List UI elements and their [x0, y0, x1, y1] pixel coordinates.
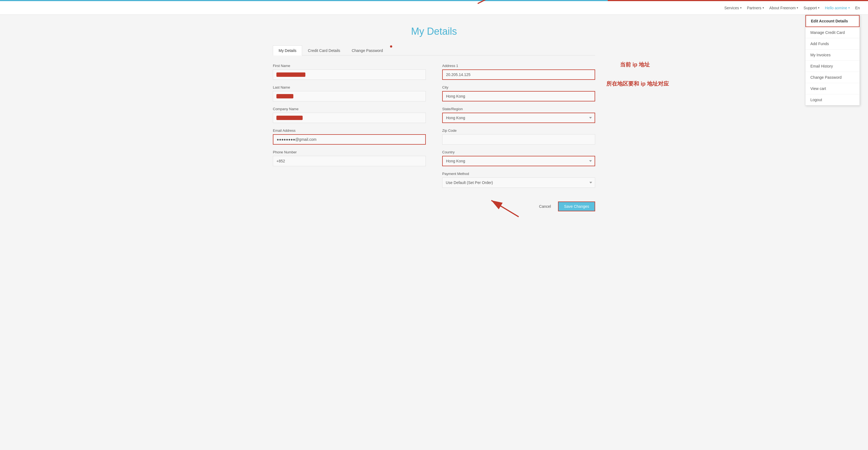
- city-field[interactable]: [442, 91, 595, 102]
- last-name-redacted: Chu: [276, 94, 293, 99]
- nav-about[interactable]: About Freenom ▾: [769, 6, 798, 10]
- zip-group: Zip Code: [442, 129, 595, 145]
- first-name-field[interactable]: aomine: [273, 69, 426, 80]
- chevron-down-icon: ▾: [740, 6, 742, 9]
- country-group: Country Hong Kong: [442, 150, 595, 166]
- account-dropdown: Edit Account Details Manage Credit Card …: [805, 15, 860, 106]
- notification-dot: [390, 46, 392, 48]
- menu-edit-account[interactable]: Edit Account Details: [805, 15, 860, 27]
- save-button[interactable]: Save Changes: [558, 201, 595, 211]
- payment-field[interactable]: Use Default (Set Per Order): [442, 177, 595, 188]
- menu-view-cart[interactable]: View cart: [805, 83, 860, 94]
- country-field[interactable]: Hong Kong: [442, 156, 595, 166]
- zip-field[interactable]: [442, 134, 595, 145]
- form-actions: Cancel Save Changes: [273, 201, 595, 211]
- country-label: Country: [442, 150, 595, 154]
- menu-add-funds[interactable]: Add Funds: [805, 38, 860, 50]
- payment-group: Payment Method Use Default (Set Per Orde…: [442, 172, 595, 188]
- address1-label: Address 1: [442, 64, 595, 68]
- email-field[interactable]: [273, 134, 426, 145]
- last-name-field[interactable]: Chu: [273, 91, 426, 102]
- nav-hello-user[interactable]: Hello aomine ▾: [825, 6, 850, 10]
- cancel-button[interactable]: Cancel: [535, 202, 556, 211]
- nav-partners[interactable]: Partners ▾: [747, 6, 764, 10]
- phone-group: Phone Number: [273, 150, 426, 166]
- city-group: City: [442, 85, 595, 102]
- form-grid: First Name aomine Last Name Chu Company …: [273, 64, 595, 193]
- menu-change-password[interactable]: Change Password: [805, 72, 860, 83]
- address1-group: Address 1: [442, 64, 595, 80]
- city-label: City: [442, 85, 595, 89]
- page-content: My Details My Details Credit Card Detail…: [256, 15, 612, 222]
- nav-items: Services ▾ Partners ▾ About Freenom ▾ Su…: [724, 6, 860, 10]
- chevron-down-icon: ▾: [818, 6, 819, 9]
- first-name-label: First Name: [273, 64, 426, 68]
- nav-language[interactable]: En: [855, 6, 860, 10]
- region-annotation: 所在地区要和 ip 地址对应: [606, 80, 669, 87]
- last-name-group: Last Name Chu: [273, 85, 426, 102]
- menu-manage-credit-card[interactable]: Manage Credit Card: [805, 27, 860, 38]
- nav-services[interactable]: Services ▾: [724, 6, 742, 10]
- page-title: My Details: [273, 26, 595, 37]
- state-group: State/Region Hong Kong: [442, 107, 595, 123]
- ip-annotation: 当前 ip 地址: [620, 61, 650, 68]
- tab-bar: My Details Credit Card Details Change Pa…: [273, 46, 595, 56]
- chevron-down-icon: ▾: [763, 6, 764, 9]
- tab-change-password[interactable]: Change Password: [346, 46, 389, 56]
- phone-label: Phone Number: [273, 150, 426, 154]
- email-label: Email Address: [273, 129, 426, 133]
- company-redacted: aomine: [276, 116, 303, 120]
- tab-credit-card-details[interactable]: Credit Card Details: [302, 46, 346, 56]
- zip-label: Zip Code: [442, 129, 595, 133]
- nav-support[interactable]: Support ▾: [804, 6, 819, 10]
- company-group: Company Name aomine: [273, 107, 426, 123]
- first-name-redacted: aomine: [276, 73, 305, 77]
- form-left-column: First Name aomine Last Name Chu Company …: [273, 64, 426, 193]
- menu-my-invoices[interactable]: My Invoices: [805, 50, 860, 61]
- payment-label: Payment Method: [442, 172, 595, 176]
- company-field[interactable]: aomine: [273, 113, 426, 123]
- state-field[interactable]: Hong Kong: [442, 113, 595, 123]
- chevron-down-icon: ▾: [848, 6, 850, 9]
- form-right-column: 当前 ip 地址 Address 1 所在地区要和 ip 地址对应 City S…: [442, 64, 595, 193]
- top-navigation: Services ▾ Partners ▾ About Freenom ▾ Su…: [0, 1, 868, 15]
- state-label: State/Region: [442, 107, 595, 111]
- tab-my-details[interactable]: My Details: [273, 46, 302, 56]
- email-group: Email Address: [273, 129, 426, 145]
- last-name-label: Last Name: [273, 85, 426, 89]
- company-label: Company Name: [273, 107, 426, 111]
- address1-field[interactable]: [442, 69, 595, 80]
- chevron-down-icon: ▾: [797, 6, 798, 9]
- first-name-group: First Name aomine: [273, 64, 426, 80]
- form-area: First Name aomine Last Name Chu Company …: [273, 64, 595, 211]
- menu-logout[interactable]: Logout: [805, 94, 860, 105]
- menu-email-history[interactable]: Email History: [805, 61, 860, 72]
- phone-field[interactable]: [273, 156, 426, 166]
